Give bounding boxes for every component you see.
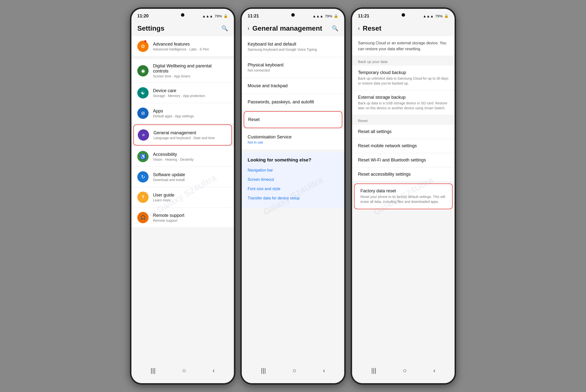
- factory-reset-subtitle: Reset your phone to its factory default …: [360, 194, 446, 204]
- temp-cloud-title: Temporary cloud backup: [358, 70, 449, 75]
- reset-mobile-network-title: Reset mobile network settings: [358, 143, 449, 148]
- bottom-nav-3: ||| ○ ‹: [352, 362, 455, 383]
- software-update-icon: ↻: [137, 171, 149, 182]
- camera-notch-2: [291, 13, 295, 17]
- settings-item-remote-support[interactable]: 🎧 Remote support Remote support: [131, 208, 234, 228]
- gm-item-reset[interactable]: Reset: [244, 111, 342, 128]
- accessibility-subtitle: Vision · Hearing · Dexterity: [153, 158, 228, 162]
- general-management-title: General management: [153, 130, 227, 136]
- digital-wellbeing-icon: ◉: [137, 65, 149, 76]
- software-update-subtitle: Download and install: [153, 178, 228, 182]
- lock-icon-1: 🔒: [223, 14, 228, 18]
- gm-item-mouse-trackpad[interactable]: Mouse and trackpad: [242, 78, 344, 94]
- accessibility-text: Accessibility Vision · Hearing · Dexteri…: [153, 152, 228, 162]
- apps-subtitle: Default apps · App settings: [153, 114, 228, 118]
- user-guide-title: User guide: [153, 192, 228, 198]
- bottom-nav-1: ||| ○ ‹: [131, 362, 234, 383]
- settings-item-software-update[interactable]: ↻ Software update Download and install: [131, 167, 234, 187]
- home-button-1[interactable]: ○: [177, 365, 191, 376]
- physical-keyboard-title: Physical keyboard: [248, 62, 338, 68]
- reset-item-all-settings[interactable]: Reset all settings: [352, 125, 455, 139]
- lock-icon-2: 🔒: [334, 14, 338, 18]
- reset-page-title: Reset: [363, 24, 381, 32]
- reset-item-external-storage[interactable]: External storage backup Back up data to …: [352, 90, 455, 115]
- settings-item-device-care[interactable]: ☯ Device care Storage · Memory · App pro…: [131, 83, 234, 103]
- gm-item-customisation[interactable]: Customisation Service Not in use: [242, 129, 344, 150]
- gm-content: Keyboard list and default Samsung Keyboa…: [242, 36, 344, 362]
- mouse-trackpad-title: Mouse and trackpad: [248, 83, 338, 88]
- status-time-2: 11:21: [248, 14, 259, 18]
- bottom-space-1: [131, 228, 234, 242]
- lock-icon-3: 🔒: [444, 14, 449, 18]
- settings-item-apps[interactable]: ⊞ Apps Default apps · App settings: [131, 103, 234, 124]
- physical-keyboard-subtitle: Not connected: [248, 68, 338, 72]
- home-button-3[interactable]: ○: [398, 365, 412, 376]
- accessibility-icon: ♿: [137, 151, 149, 162]
- remote-support-icon: 🎧: [137, 212, 149, 223]
- settings-item-user-guide[interactable]: ? User guide Learn more: [131, 187, 234, 208]
- status-time-1: 11:20: [137, 14, 149, 18]
- user-guide-icon: ?: [137, 192, 149, 203]
- camera-notch-3: [402, 13, 405, 17]
- search-button-1[interactable]: 🔍: [221, 25, 228, 32]
- link-font-size[interactable]: Font size and style: [248, 184, 338, 194]
- reset-item-mobile-network[interactable]: Reset mobile network settings: [352, 139, 455, 153]
- settings-item-accessibility[interactable]: ♿ Accessibility Vision · Hearing · Dexte…: [131, 146, 234, 167]
- remote-support-title: Remote support: [153, 213, 228, 218]
- battery-1: 79%: [214, 14, 222, 18]
- reset-item-temp-cloud[interactable]: Temporary cloud backup Back up unlimited…: [352, 66, 455, 90]
- reset-section-label: Reset: [352, 115, 455, 125]
- settings-header: Settings 🔍: [131, 22, 234, 36]
- divider-1: [131, 56, 234, 59]
- apps-text: Apps Default apps · App settings: [153, 108, 228, 118]
- phone-2: 11:21 ▲▲▲ 79% 🔒 ‹ General management 🔍 K…: [240, 7, 346, 385]
- battery-3: 79%: [435, 14, 443, 18]
- link-screen-timeout[interactable]: Screen timeout: [248, 175, 338, 184]
- accessibility-title: Accessibility: [153, 152, 228, 157]
- back-button-2[interactable]: ‹: [318, 365, 330, 376]
- settings-item-general-management[interactable]: ≡ General management Language and keyboa…: [133, 124, 232, 146]
- recents-button-1[interactable]: |||: [146, 365, 160, 376]
- digital-wellbeing-subtitle: Screen time · App timers: [153, 74, 228, 78]
- gm-item-keyboard-list[interactable]: Keyboard list and default Samsung Keyboa…: [242, 36, 344, 57]
- user-guide-subtitle: Learn more: [153, 198, 228, 202]
- link-transfer-data[interactable]: Transfer data for device setup: [248, 194, 338, 203]
- phone-1: 11:20 ▲▲▲ 79% 🔒 Settings 🔍 ⚙ Advanced fe…: [130, 7, 235, 385]
- reset-wifi-bluetooth-title: Reset Wi-Fi and Bluetooth settings: [358, 158, 449, 163]
- reset-item-wifi-bluetooth[interactable]: Reset Wi-Fi and Bluetooth settings: [352, 153, 455, 167]
- back-arrow-2[interactable]: ‹: [248, 25, 249, 32]
- software-update-title: Software update: [153, 172, 228, 178]
- search-button-2[interactable]: 🔍: [332, 25, 338, 32]
- battery-2: 79%: [325, 14, 332, 18]
- header-back-3: ‹ Reset: [358, 24, 382, 32]
- settings-item-advanced-features[interactable]: ⚙ Advanced features Advanced intelligenc…: [131, 36, 234, 56]
- back-button-1[interactable]: ‹: [208, 365, 220, 376]
- home-button-2[interactable]: ○: [287, 365, 301, 376]
- phone-3: 11:21 ▲▲▲ 79% 🔒 ‹ Reset Samsung Cloud or…: [351, 7, 456, 385]
- settings-item-digital-wellbeing[interactable]: ◉ Digital Wellbeing and parental control…: [131, 59, 234, 83]
- bottom-nav-2: ||| ○ ‹: [242, 362, 344, 383]
- gm-title: General management: [252, 24, 322, 32]
- reset-title: Reset: [248, 117, 338, 122]
- recents-button-3[interactable]: |||: [366, 365, 381, 376]
- remote-support-subtitle: Remote support: [153, 218, 228, 222]
- gm-item-passwords[interactable]: Passwords, passkeys, and autofill: [242, 94, 344, 110]
- divider-gm: [242, 150, 344, 152]
- notification-dot: [144, 40, 146, 42]
- recents-button-2[interactable]: |||: [256, 365, 271, 376]
- device-care-title: Device care: [153, 88, 228, 93]
- gm-item-physical-keyboard[interactable]: Physical keyboard Not connected: [242, 57, 344, 78]
- reset-item-accessibility-settings[interactable]: Reset accessibility settings: [352, 167, 455, 182]
- back-arrow-3[interactable]: ‹: [358, 25, 360, 32]
- back-button-3[interactable]: ‹: [428, 365, 440, 376]
- settings-list: ⚙ Advanced features Advanced intelligenc…: [131, 36, 234, 362]
- link-navigation-bar[interactable]: Navigation bar: [248, 166, 338, 175]
- bottom-space-2: [242, 208, 344, 222]
- user-guide-text: User guide Learn more: [153, 192, 228, 202]
- gm-header: ‹ General management 🔍: [242, 22, 344, 36]
- signal-icon-3: ▲▲▲: [423, 14, 434, 18]
- device-care-text: Device care Storage · Memory · App prote…: [153, 88, 228, 98]
- software-update-text: Software update Download and install: [153, 172, 228, 182]
- device-care-subtitle: Storage · Memory · App protection: [153, 94, 228, 98]
- factory-data-reset-item[interactable]: Factory data reset Reset your phone to i…: [354, 184, 453, 209]
